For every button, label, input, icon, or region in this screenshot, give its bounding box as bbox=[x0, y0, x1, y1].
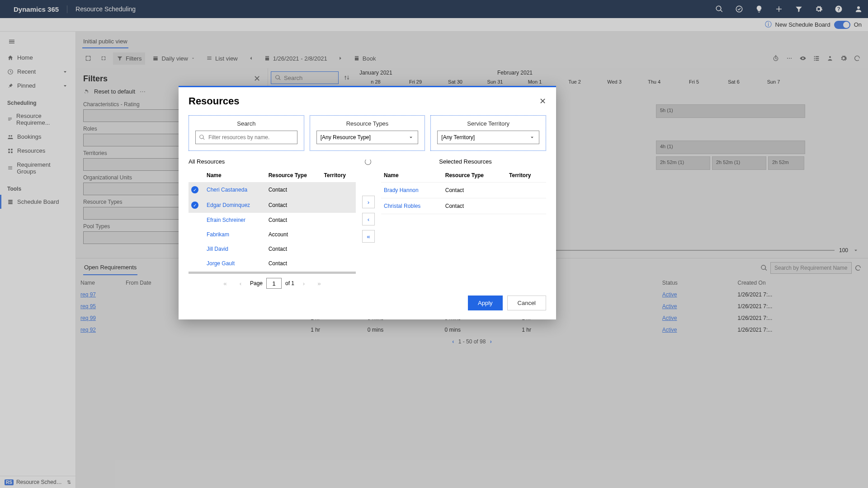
chevron-down-icon bbox=[529, 134, 535, 141]
sel-header-row: NameResource TypeTerritory bbox=[381, 169, 546, 183]
move-all-left-button[interactable]: « bbox=[362, 230, 375, 243]
resources-dialog: Resources ✕ Search Resource Types [Any R… bbox=[179, 86, 556, 319]
filter-card-search: Search bbox=[189, 115, 304, 151]
list-item[interactable]: Jill DavidContact bbox=[189, 242, 356, 256]
all-header-row: NameResource TypeTerritory bbox=[189, 169, 356, 182]
move-left-button[interactable]: ‹ bbox=[362, 213, 375, 225]
dialog-title: Resources bbox=[189, 95, 240, 107]
pager-next[interactable]: › bbox=[298, 277, 310, 289]
search-icon bbox=[199, 134, 205, 141]
col-header[interactable]: Territory bbox=[506, 169, 546, 183]
horizontal-scrollbar[interactable] bbox=[189, 272, 356, 274]
chevron-down-icon bbox=[408, 134, 414, 141]
list-item[interactable]: Brady HannonContact bbox=[381, 183, 546, 198]
col-header[interactable]: Name bbox=[204, 169, 266, 182]
checked-icon[interactable]: ✓ bbox=[191, 202, 198, 209]
selected-resources-label: Selected Resources bbox=[385, 158, 546, 165]
page-input[interactable] bbox=[266, 278, 282, 289]
col-header[interactable] bbox=[189, 169, 204, 182]
all-body: ✓Cheri CastanedaContact✓Edgar DominquezC… bbox=[189, 182, 356, 271]
filter-card-territory: Service Territory [Any Territory] bbox=[430, 115, 546, 151]
checked-icon[interactable]: ✓ bbox=[191, 186, 198, 193]
filter-card-types: Resource Types [Any Resource Type] bbox=[310, 115, 425, 151]
pager-first[interactable]: « bbox=[219, 277, 231, 289]
list-item[interactable]: ✓Edgar DominquezContact bbox=[189, 197, 356, 213]
list-item[interactable]: FabrikamAccount bbox=[189, 227, 356, 242]
list-item[interactable]: Jorge GaultContact bbox=[189, 256, 356, 271]
all-resources-label: All Resources bbox=[189, 158, 351, 165]
col-header[interactable]: Resource Type bbox=[443, 169, 506, 183]
close-icon[interactable]: ✕ bbox=[539, 96, 546, 106]
resource-types-select[interactable]: [Any Resource Type] bbox=[316, 131, 419, 144]
col-header[interactable]: Territory bbox=[321, 169, 356, 182]
spinner-icon bbox=[365, 159, 371, 165]
dialog-search-input[interactable] bbox=[195, 131, 297, 144]
list-item[interactable]: Christal RoblesContact bbox=[381, 198, 546, 214]
move-right-button[interactable]: › bbox=[362, 196, 375, 208]
pager-last[interactable]: » bbox=[313, 277, 325, 289]
dialog-apply-button[interactable]: Apply bbox=[468, 296, 503, 310]
col-header[interactable]: Name bbox=[381, 169, 443, 183]
sel-body: Brady HannonContactChristal RoblesContac… bbox=[381, 183, 546, 214]
pager-prev[interactable]: ‹ bbox=[235, 277, 246, 289]
list-item[interactable]: ✓Cheri CastanedaContact bbox=[189, 182, 356, 197]
dialog-cancel-button[interactable]: Cancel bbox=[507, 296, 546, 310]
all-resources-table: NameResource TypeTerritory ✓Cheri Castan… bbox=[189, 169, 356, 271]
list-item[interactable]: Efrain SchreinerContact bbox=[189, 213, 356, 227]
col-header[interactable]: Resource Type bbox=[266, 169, 321, 182]
territory-select[interactable]: [Any Territory] bbox=[437, 131, 539, 144]
selected-resources-table: NameResource TypeTerritory Brady HannonC… bbox=[381, 169, 546, 214]
